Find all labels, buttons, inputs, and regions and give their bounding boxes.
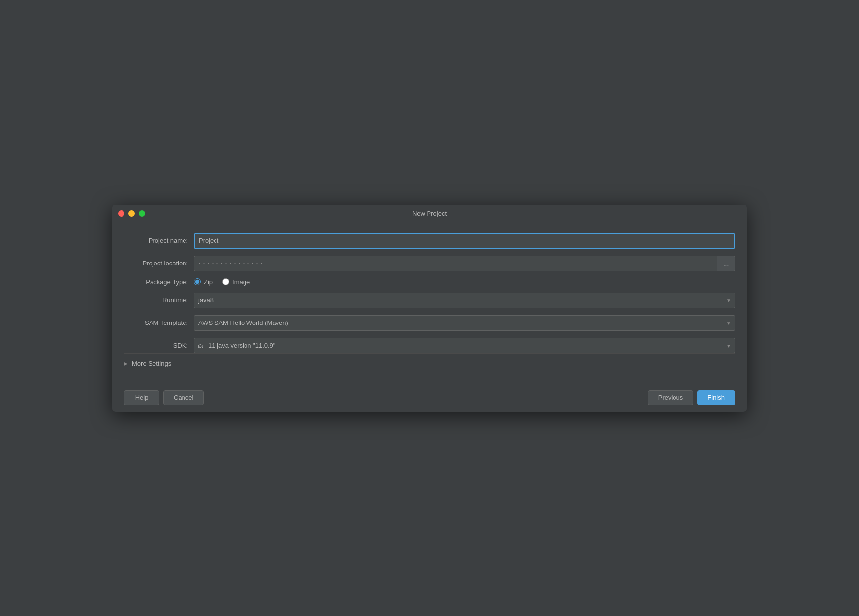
footer-right-buttons: Previous Finish [648,390,735,405]
project-name-label: Project name: [124,237,188,244]
finish-button[interactable]: Finish [697,390,735,405]
form-section: Project name: Project location: ... Pack… [124,233,735,353]
more-settings-chevron-icon: ▶ [124,361,128,366]
runtime-select[interactable]: java8 [194,293,735,308]
project-location-field-group: ... [194,256,735,271]
sam-template-select-wrapper: AWS SAM Hello World (Maven) ▼ [194,315,735,331]
previous-button[interactable]: Previous [648,390,694,405]
sdk-select[interactable]: 11 java version "11.0.9" [194,338,735,353]
sam-template-label: SAM Template: [124,319,188,326]
runtime-label: Runtime: [124,296,188,304]
help-button[interactable]: Help [124,390,159,405]
project-name-row: Project name: [124,233,735,249]
package-type-zip-radio[interactable] [194,278,201,285]
package-type-zip-option[interactable]: Zip [194,278,213,286]
runtime-select-wrapper: java8 ▼ [194,293,735,308]
cancel-button[interactable]: Cancel [163,390,204,405]
browse-button[interactable]: ... [717,256,735,271]
project-location-row: Project location: ... [124,256,735,271]
project-location-label: Project location: [124,260,188,267]
package-type-row: Package Type: Zip Image [124,278,735,286]
package-type-zip-label: Zip [204,278,213,286]
package-type-image-label: Image [232,278,250,286]
titlebar: New Project [112,205,747,223]
package-type-group: Zip Image [194,278,735,286]
project-location-input[interactable] [194,256,717,271]
package-type-image-option[interactable]: Image [222,278,250,286]
more-settings-toggle[interactable]: ▶ More Settings [124,360,171,367]
dialog-footer: Help Cancel Previous Finish [112,383,747,412]
package-type-image-radio[interactable] [222,278,229,285]
footer-left-buttons: Help Cancel [124,390,204,405]
maximize-button[interactable] [139,210,145,217]
window-controls [118,210,145,217]
sam-template-select[interactable]: AWS SAM Hello World (Maven) [194,315,735,331]
dialog-title: New Project [412,210,447,217]
minimize-button[interactable] [128,210,135,217]
more-settings-label: More Settings [132,360,171,367]
dialog-content: Project name: Project location: ... Pack… [112,223,747,383]
package-type-label: Package Type: [124,278,188,286]
sdk-row: SDK: 🗂 11 java version "11.0.9" ▼ [124,338,735,353]
sdk-label: SDK: [124,342,188,349]
new-project-dialog: New Project Project name: Project locati… [112,205,747,412]
runtime-row: Runtime: java8 ▼ [124,293,735,308]
sdk-select-wrapper: 🗂 11 java version "11.0.9" ▼ [194,338,735,353]
project-name-input[interactable] [194,233,735,249]
more-settings-section: ▶ More Settings [124,353,735,373]
close-button[interactable] [118,210,124,217]
sam-template-row: SAM Template: AWS SAM Hello World (Maven… [124,315,735,331]
